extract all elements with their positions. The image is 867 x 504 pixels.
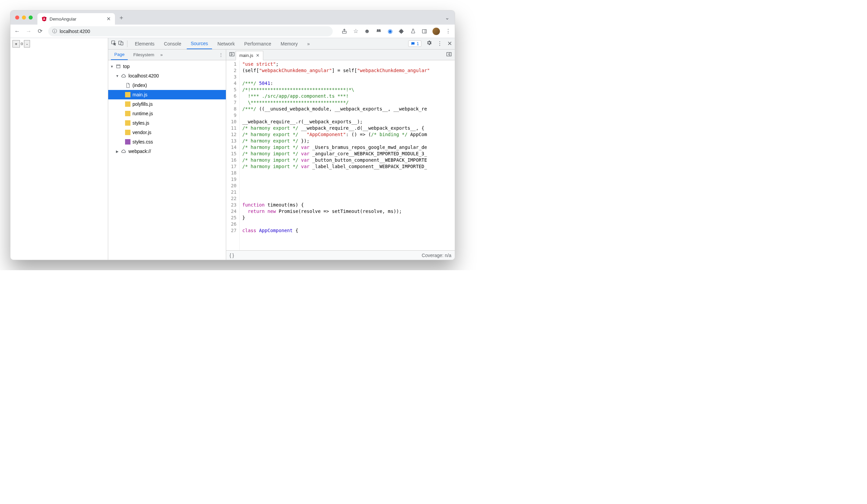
- tree-file[interactable]: styles.js: [108, 118, 226, 128]
- panel-tab-memory[interactable]: Memory: [277, 38, 302, 49]
- counter-value: 0: [20, 41, 24, 46]
- page-viewport: + 0 -: [10, 38, 108, 260]
- profile-avatar[interactable]: [432, 28, 440, 35]
- devtools-close-icon[interactable]: ✕: [447, 40, 452, 47]
- tree-node-top[interactable]: ▼ top: [108, 62, 226, 71]
- tree-file[interactable]: main.js: [108, 90, 226, 99]
- line-gutter: 1234567891011121314151617181920212223242…: [226, 60, 240, 250]
- angular-favicon: [42, 16, 47, 22]
- devtools-tabbar: ElementsConsoleSourcesNetworkPerformance…: [108, 38, 455, 50]
- browser-window: DemoAngular ✕ ＋ ⌄ ← → ⟳ ⓘ localhost:4200…: [10, 10, 455, 260]
- panel-tab-console[interactable]: Console: [160, 38, 185, 49]
- tree-file[interactable]: vendor.js: [108, 128, 226, 137]
- css-file-icon: [125, 139, 130, 144]
- tab-strip: DemoAngular ✕ ＋ ⌄: [10, 10, 455, 25]
- pretty-print-icon[interactable]: { }: [229, 253, 234, 258]
- js-file-icon: [125, 101, 130, 107]
- navigator-overflow-button[interactable]: »: [160, 52, 163, 57]
- extension-icon-1[interactable]: ☻: [364, 28, 371, 35]
- tree-file[interactable]: runtime.js: [108, 109, 226, 118]
- browser-menu-icon[interactable]: ⋮: [445, 28, 451, 35]
- tree-node-origin[interactable]: ▼ localhost:4200: [108, 71, 226, 80]
- tree-label: localhost:4200: [128, 73, 159, 78]
- js-file-icon: [125, 111, 130, 116]
- file-tree: ▼ top ▼ localhost:4200: [108, 60, 226, 260]
- issues-badge[interactable]: 1: [408, 41, 421, 47]
- issues-count: 1: [417, 41, 419, 46]
- navigator-more-icon[interactable]: ⋮: [219, 52, 223, 57]
- tree-label: top: [123, 64, 129, 69]
- minimize-window-button[interactable]: [22, 15, 26, 20]
- panel-tab-network[interactable]: Network: [213, 38, 239, 49]
- tabs-dropdown-button[interactable]: ⌄: [445, 14, 451, 21]
- window-controls: [15, 15, 33, 20]
- svg-point-4: [378, 29, 381, 31]
- panel-overflow-button[interactable]: »: [303, 38, 314, 49]
- svg-rect-11: [117, 65, 120, 68]
- labs-icon[interactable]: [409, 29, 416, 34]
- tree-file[interactable]: styles.css: [108, 137, 226, 146]
- panel-tab-performance[interactable]: Performance: [240, 38, 275, 49]
- code-editor[interactable]: 1234567891011121314151617181920212223242…: [226, 60, 455, 250]
- coverage-label: Coverage: n/a: [422, 253, 451, 258]
- close-window-button[interactable]: [15, 15, 19, 20]
- cloud-icon: [121, 149, 126, 154]
- cloud-icon: [121, 73, 126, 78]
- svg-rect-6: [422, 29, 426, 33]
- editor-statusbar: { } Coverage: n/a: [226, 250, 455, 260]
- close-file-icon[interactable]: ✕: [256, 53, 259, 58]
- side-panel-icon[interactable]: [421, 29, 428, 34]
- decrement-button[interactable]: -: [24, 40, 30, 47]
- tab-title: DemoAngular: [50, 17, 76, 22]
- tree-file-label: styles.css: [132, 139, 153, 144]
- tree-file-label: (index): [132, 83, 147, 88]
- toggle-debugger-icon[interactable]: [445, 52, 453, 58]
- close-tab-button[interactable]: ✕: [107, 16, 111, 22]
- navigator-tab-page[interactable]: Page: [111, 50, 128, 60]
- inspect-icon[interactable]: [111, 40, 117, 47]
- tree-file-label: styles.js: [132, 120, 149, 126]
- editor-tabbar: main.js ✕: [226, 50, 455, 60]
- address-bar[interactable]: ⓘ localhost:4200: [48, 26, 333, 36]
- device-toggle-icon[interactable]: [118, 40, 124, 47]
- panel-tab-elements[interactable]: Elements: [131, 38, 158, 49]
- devtools: ElementsConsoleSourcesNetworkPerformance…: [108, 38, 455, 260]
- toggle-navigator-icon[interactable]: [228, 52, 236, 58]
- back-button[interactable]: ←: [14, 28, 21, 35]
- new-tab-button[interactable]: ＋: [118, 13, 125, 22]
- editor-file-tab[interactable]: main.js ✕: [236, 51, 263, 60]
- extension-icon-3[interactable]: ◉: [387, 28, 393, 35]
- navigator-tab-filesystem[interactable]: Filesystem: [130, 50, 158, 60]
- extensions-icon[interactable]: [398, 29, 405, 34]
- tree-node-webpack[interactable]: ▶ webpack://: [108, 146, 226, 156]
- editor-pane: main.js ✕ 123456789101112131415161718192…: [226, 50, 455, 260]
- tree-file-label: polyfills.js: [132, 101, 153, 107]
- bookmark-icon[interactable]: ☆: [352, 28, 359, 35]
- code-content: "use strict";(self["webpackChunkdemo_ang…: [240, 60, 433, 250]
- toolbar-actions: ☆ ☻ ◉ ⋮: [341, 28, 451, 35]
- tree-file[interactable]: polyfills.js: [108, 99, 226, 109]
- extension-icon-2[interactable]: [375, 28, 382, 34]
- tree-file[interactable]: (index): [108, 80, 226, 90]
- js-file-icon: [125, 130, 130, 135]
- browser-toolbar: ← → ⟳ ⓘ localhost:4200 ☆ ☻ ◉: [10, 25, 455, 38]
- site-info-icon[interactable]: ⓘ: [52, 28, 57, 34]
- tree-label: webpack://: [128, 149, 151, 154]
- navigator-tabs: PageFilesystem » ⋮: [108, 50, 226, 60]
- tree-file-label: main.js: [132, 92, 147, 97]
- devtools-menu-icon[interactable]: ⋮: [437, 40, 442, 47]
- share-icon[interactable]: [341, 28, 347, 34]
- file-tab-label: main.js: [239, 53, 253, 58]
- browser-tab[interactable]: DemoAngular ✕: [38, 13, 115, 25]
- settings-icon[interactable]: [426, 40, 432, 47]
- counter-widget: + 0 -: [12, 40, 106, 47]
- panel-tab-sources[interactable]: Sources: [187, 38, 212, 49]
- svg-rect-10: [121, 42, 123, 45]
- address-text: localhost:4200: [60, 29, 90, 34]
- js-file-icon: [125, 120, 130, 126]
- maximize-window-button[interactable]: [29, 15, 33, 20]
- forward-button: →: [25, 28, 32, 35]
- tree-file-label: runtime.js: [132, 111, 153, 116]
- reload-button[interactable]: ⟳: [37, 28, 43, 35]
- increment-button[interactable]: +: [12, 40, 20, 47]
